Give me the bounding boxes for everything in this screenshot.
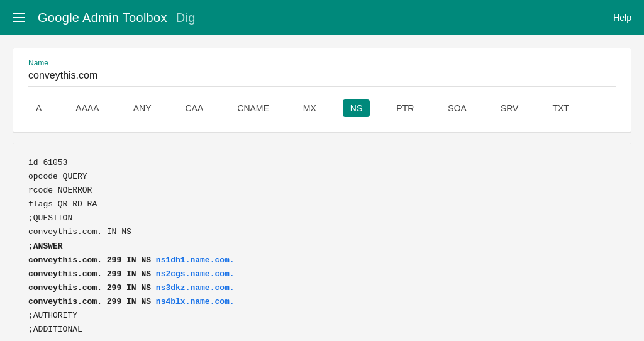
- dns-type-a[interactable]: A: [28, 99, 49, 117]
- result-line-id: id 61053: [28, 156, 616, 170]
- result-line-additional: ;ADDITIONAL: [28, 323, 616, 337]
- dns-type-aaaa[interactable]: AAAA: [68, 99, 106, 117]
- result-line-ns1: conveythis.com. 299 IN NS ns1dh1.name.co…: [28, 254, 616, 267]
- main-content: Name conveythis.com A AAAA ANY CAA CNAME…: [0, 35, 644, 341]
- dns-type-caa[interactable]: CAA: [178, 99, 211, 117]
- result-line-question: conveythis.com. IN NS: [28, 225, 616, 239]
- dns-type-any[interactable]: ANY: [126, 99, 159, 117]
- menu-icon[interactable]: [13, 13, 25, 22]
- result-line-opcode: opcode QUERY: [28, 170, 616, 184]
- ns3-link[interactable]: ns3dkz.name.com.: [156, 283, 235, 293]
- ns2-link[interactable]: ns2cgs.name.com.: [156, 269, 235, 279]
- app-title: Google Admin Toolbox Dig: [38, 11, 196, 25]
- dns-type-srv[interactable]: SRV: [493, 99, 526, 117]
- name-field-value: conveythis.com: [28, 70, 616, 87]
- dns-type-cname[interactable]: CNAME: [230, 99, 277, 117]
- result-line-ns3: conveythis.com. 299 IN NS ns3dkz.name.co…: [28, 281, 616, 295]
- app-title-main: Google Admin Toolbox: [38, 11, 167, 25]
- dns-type-selector: A AAAA ANY CAA CNAME MX NS PTR SOA SRV T…: [28, 99, 616, 117]
- dns-type-ptr[interactable]: PTR: [389, 99, 421, 117]
- help-link[interactable]: Help: [613, 13, 631, 23]
- name-field-label: Name: [28, 59, 616, 67]
- dns-type-txt[interactable]: TXT: [545, 99, 576, 117]
- ns1-link[interactable]: ns1dh1.name.com.: [156, 255, 235, 265]
- ns4-link[interactable]: ns4blx.name.com.: [156, 297, 235, 306]
- result-line-answer-header: ;ANSWER: [28, 240, 616, 254]
- app-header: Google Admin Toolbox Dig Help: [0, 0, 644, 35]
- result-line-ns4: conveythis.com. 299 IN NS ns4blx.name.co…: [28, 295, 616, 309]
- app-title-tool: Dig: [176, 11, 196, 25]
- dns-type-mx[interactable]: MX: [296, 99, 324, 117]
- dns-type-ns[interactable]: NS: [343, 99, 370, 117]
- result-line-flags: flags QR RD RA: [28, 198, 616, 211]
- result-line-rcode: rcode NOERROR: [28, 184, 616, 198]
- result-line-ns2: conveythis.com. 299 IN NS ns2cgs.name.co…: [28, 267, 616, 281]
- search-card: Name conveythis.com A AAAA ANY CAA CNAME…: [13, 48, 631, 133]
- result-line-authority: ;AUTHORITY: [28, 309, 616, 323]
- result-line-question-header: ;QUESTION: [28, 211, 616, 225]
- result-card: id 61053 opcode QUERY rcode NOERROR flag…: [13, 143, 631, 341]
- dns-type-soa[interactable]: SOA: [440, 99, 474, 117]
